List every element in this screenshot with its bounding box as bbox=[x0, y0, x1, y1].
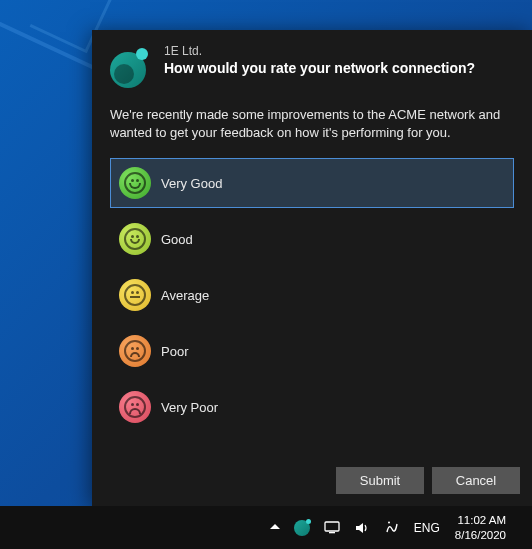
rating-option-poor[interactable]: Poor bbox=[110, 326, 514, 376]
feedback-dialog: 1E Ltd. How would you rate your network … bbox=[92, 30, 532, 506]
rating-option-label: Very Good bbox=[161, 176, 222, 191]
rating-option-label: Average bbox=[161, 288, 209, 303]
rating-option-label: Very Poor bbox=[161, 400, 218, 415]
svg-rect-1 bbox=[329, 532, 335, 533]
tray-overflow-button[interactable] bbox=[265, 506, 285, 549]
tray-volume-button[interactable] bbox=[349, 506, 375, 549]
rating-option-very-good[interactable]: Very Good bbox=[110, 158, 514, 208]
face-good-icon bbox=[119, 223, 151, 255]
tray-notifications-button[interactable] bbox=[516, 506, 526, 549]
rating-option-average[interactable]: Average bbox=[110, 270, 514, 320]
face-very-good-icon bbox=[119, 167, 151, 199]
rating-option-good[interactable]: Good bbox=[110, 214, 514, 264]
face-average-icon bbox=[119, 279, 151, 311]
tray-clock[interactable]: 11:02 AM 8/16/2020 bbox=[449, 513, 512, 543]
clock-date: 8/16/2020 bbox=[455, 528, 506, 543]
rating-option-very-poor[interactable]: Very Poor bbox=[110, 382, 514, 432]
monitor-icon bbox=[324, 520, 340, 536]
taskbar: ENG 11:02 AM 8/16/2020 bbox=[0, 506, 532, 549]
chevron-up-icon bbox=[270, 522, 280, 534]
dialog-title: How would you rate your network connecti… bbox=[164, 60, 475, 76]
face-very-poor-icon bbox=[119, 391, 151, 423]
rating-option-label: Good bbox=[161, 232, 193, 247]
speaker-icon bbox=[354, 520, 370, 536]
svg-point-2 bbox=[388, 521, 390, 523]
clock-time: 11:02 AM bbox=[457, 513, 506, 528]
vendor-logo-icon bbox=[110, 48, 150, 88]
tray-network-button[interactable] bbox=[319, 506, 345, 549]
face-poor-icon bbox=[119, 335, 151, 367]
tray-app-icon[interactable] bbox=[289, 506, 315, 549]
vendor-name: 1E Ltd. bbox=[164, 44, 475, 58]
dialog-description: We're recently made some improvements to… bbox=[110, 106, 514, 142]
ime-icon bbox=[384, 520, 400, 536]
dialog-buttons: Submit Cancel bbox=[336, 467, 520, 494]
rating-option-label: Poor bbox=[161, 344, 188, 359]
cancel-button[interactable]: Cancel bbox=[432, 467, 520, 494]
language-label: ENG bbox=[414, 521, 440, 535]
tray-input-button[interactable] bbox=[379, 506, 405, 549]
svg-rect-0 bbox=[325, 522, 339, 531]
rating-options: Very GoodGoodAveragePoorVery Poor bbox=[110, 158, 514, 432]
tray-language-button[interactable]: ENG bbox=[409, 506, 445, 549]
vendor-tray-icon bbox=[294, 520, 310, 536]
submit-button[interactable]: Submit bbox=[336, 467, 424, 494]
dialog-header: 1E Ltd. How would you rate your network … bbox=[110, 44, 514, 88]
